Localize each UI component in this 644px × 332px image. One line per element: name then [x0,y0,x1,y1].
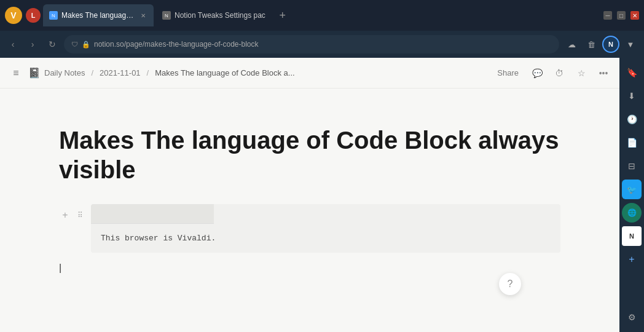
right-sidebar: 🔖 ⬇ 🕐 📄 ⊟ 🐦 🌐 N + ⚙ [619,58,644,332]
tab-notion-tweaks[interactable]: N Notion Tweaks Settings pac [156,4,272,26]
reload-button[interactable]: ↻ [44,36,60,52]
notion-body: Makes The language of Code Block always … [0,89,619,332]
code-block-wrapper: + ⠿ This browser is Vivaldi. [59,204,560,253]
web-sidebar-icon[interactable]: 🌐 [622,203,642,223]
page-icon: 📓 [28,67,41,79]
hamburger-icon: ≡ [13,68,18,79]
favorite-button[interactable]: ☆ [573,65,590,82]
breadcrumb-root[interactable]: Daily Notes [44,68,85,77]
add-block-button[interactable]: + [59,209,71,221]
page-title: Makes The language of Code Block always … [59,125,560,184]
drag-handle[interactable]: ⠿ [74,209,86,221]
profile-icon[interactable]: L [26,8,41,23]
breadcrumb-separator-2: / [147,68,149,77]
code-block-content: This browser is Vivaldi. [91,224,560,253]
title-bar: V L N Makes The language of Co... ✕ N No… [0,0,644,31]
notion-sidebar-icon[interactable]: N [622,226,642,246]
text-cursor: | [59,263,560,274]
tab-notion-favicon: N [49,11,58,20]
history-sidebar-icon[interactable]: 🕐 [622,109,642,129]
tab-label-2: Notion Tweaks Settings pac [175,11,265,20]
notion-topbar-right: Share 💬 ⏱ ☆ ••• [492,65,612,82]
notion-page: ≡ 📓 Daily Notes / 2021-11-01 / Makes The… [0,58,619,332]
new-tab-button[interactable]: + [274,7,291,24]
extensions-btn[interactable]: ▼ [622,36,639,53]
more-button[interactable]: ••• [595,65,612,82]
history-button[interactable]: ⏱ [551,65,568,82]
lock-icon: 🔒 [82,41,90,49]
vivaldi-app-icon: V [5,7,22,24]
address-bar[interactable]: 🛡 🔒 notion.so/page/makes-the-language-of… [64,35,559,53]
breadcrumb-current: Makes The language of Code Block a... [155,68,294,77]
shield-icon: 🛡 [71,41,78,48]
panels-sidebar-icon[interactable]: ⊟ [622,156,642,176]
nav-icons-right: ☁ 🗑 N ▼ [563,36,639,53]
block-controls: + ⠿ [59,204,86,221]
content-area: ≡ 📓 Daily Notes / 2021-11-01 / Makes The… [0,58,644,332]
share-button[interactable]: Share [492,66,524,80]
comment-button[interactable]: 💬 [528,65,546,82]
menu-icon-btn[interactable]: ≡ [7,65,25,82]
address-text: notion.so/page/makes-the-language-of-cod… [94,40,259,49]
back-button[interactable]: ‹ [5,36,21,52]
add-panel-sidebar-icon[interactable]: + [622,250,642,269]
help-button[interactable]: ? [499,273,521,295]
trash-btn[interactable]: 🗑 [583,36,600,53]
window-controls: ─ □ ✕ [603,11,639,20]
code-block: This browser is Vivaldi. [91,204,560,253]
download-sidebar-icon[interactable]: ⬇ [622,86,642,106]
twitter-sidebar-icon[interactable]: 🐦 [622,180,642,199]
breadcrumb-separator-1: / [91,68,93,77]
tab-close-1[interactable]: ✕ [139,11,147,20]
title-bar-left: V L [5,7,41,24]
maximize-button[interactable]: □ [617,11,626,20]
tab-notion-page[interactable]: N Makes The language of Co... ✕ [43,4,154,26]
settings-sidebar-icon[interactable]: ⚙ [622,307,642,327]
close-button[interactable]: ✕ [630,11,639,20]
tab-notion-tweaks-favicon: N [162,11,171,20]
code-block-language[interactable] [91,204,214,224]
forward-button[interactable]: › [25,36,41,52]
breadcrumb-date[interactable]: 2021-11-01 [100,68,141,77]
profile-nav-icon[interactable]: N [602,36,619,53]
nav-bar: ‹ › ↻ 🛡 🔒 notion.so/page/makes-the-langu… [0,31,644,58]
notion-topbar: ≡ 📓 Daily Notes / 2021-11-01 / Makes The… [0,58,619,89]
tab-label-1: Makes The language of Co... [61,11,135,20]
reader-sidebar-icon[interactable]: 📄 [622,133,642,152]
cloud-btn[interactable]: ☁ [563,36,580,53]
minimize-button[interactable]: ─ [603,11,612,20]
bookmark-sidebar-icon[interactable]: 🔖 [622,63,642,82]
